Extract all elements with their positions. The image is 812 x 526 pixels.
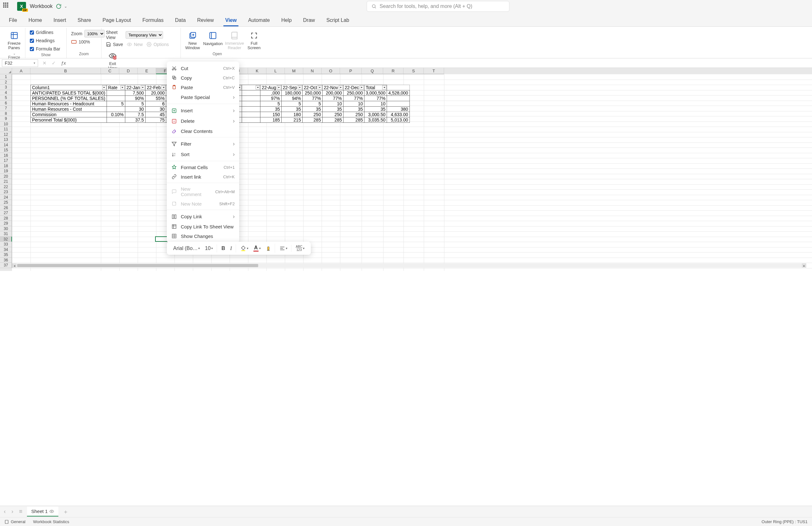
cell[interactable]: 5 bbox=[302, 101, 322, 106]
cell[interactable]: 10 bbox=[364, 101, 387, 106]
cell[interactable]: 215 bbox=[281, 117, 302, 123]
horizontal-scrollbar[interactable]: ◂ ▸ bbox=[12, 263, 806, 268]
col-header-B[interactable]: B bbox=[30, 68, 101, 74]
cell[interactable] bbox=[106, 117, 125, 123]
col-header-N[interactable]: N bbox=[303, 68, 322, 74]
cell[interactable]: 250,000 bbox=[302, 90, 322, 96]
row-header-24[interactable]: 24 bbox=[0, 195, 12, 200]
cell[interactable]: 35 bbox=[364, 106, 387, 112]
scroll-thumb[interactable] bbox=[17, 264, 258, 267]
ctx-clear[interactable]: Clear Contents bbox=[167, 126, 239, 136]
ribbon-tab-formulas[interactable]: Formulas bbox=[137, 14, 169, 26]
formula-bar-checkbox[interactable]: Formula Bar bbox=[30, 46, 60, 52]
row-header-4[interactable]: 4 bbox=[0, 90, 12, 96]
ribbon-tab-file[interactable]: File bbox=[3, 14, 23, 26]
cell[interactable]: 6 bbox=[145, 101, 166, 106]
cell[interactable]: 285 bbox=[343, 117, 364, 123]
ctx-insert-link[interactable]: Insert linkCtrl+K bbox=[167, 172, 239, 182]
row-header-31[interactable]: 31 bbox=[0, 231, 12, 237]
table-header[interactable] bbox=[242, 85, 260, 90]
enter-formula-icon[interactable]: ✓ bbox=[49, 60, 58, 66]
cell[interactable]: 3,000,500 bbox=[364, 90, 387, 96]
fullscreen-button[interactable]: Full Screen bbox=[247, 29, 260, 51]
cell[interactable]: 5 bbox=[281, 101, 302, 106]
filter-dropdown-icon[interactable] bbox=[382, 85, 386, 89]
col-header-P[interactable]: P bbox=[340, 68, 362, 74]
mini-number-format-button[interactable]: ABC123▾ bbox=[294, 244, 307, 253]
table-header[interactable]: 22-Aug bbox=[260, 85, 281, 90]
cell[interactable]: 7,500 bbox=[125, 90, 145, 96]
cell[interactable] bbox=[106, 96, 125, 101]
cell[interactable]: 77% bbox=[343, 96, 364, 101]
row-label[interactable]: Commission bbox=[31, 112, 107, 117]
filter-dropdown-icon[interactable] bbox=[161, 85, 165, 89]
cell[interactable]: 10 bbox=[343, 101, 364, 106]
col-header-T[interactable]: T bbox=[424, 68, 444, 74]
sheet-prev-icon[interactable]: ‹ bbox=[2, 508, 7, 515]
ribbon-tab-view[interactable]: View bbox=[219, 14, 242, 26]
row-header-5[interactable]: 5 bbox=[0, 95, 12, 101]
status-general[interactable]: General bbox=[4, 519, 25, 524]
ctx-copy-link-sheetview[interactable]: Copy Link To Sheet View bbox=[167, 222, 239, 231]
ribbon-tab-automate[interactable]: Automate bbox=[242, 14, 275, 26]
cell[interactable]: 20,000 bbox=[145, 90, 166, 96]
ribbon-tab-share[interactable]: Share bbox=[72, 14, 97, 26]
row-header-7[interactable]: 7 bbox=[0, 106, 12, 111]
mini-font-select[interactable]: Arial (Bo…▾ bbox=[171, 244, 202, 253]
mini-italic-button[interactable]: I bbox=[228, 244, 234, 253]
cell[interactable]: 77% bbox=[364, 96, 387, 101]
ctx-insert[interactable]: Insert bbox=[167, 105, 239, 116]
filter-dropdown-icon[interactable] bbox=[120, 85, 125, 89]
new-window-button[interactable]: New Window bbox=[185, 29, 200, 51]
row-label[interactable]: Human Resources - Headcount bbox=[31, 101, 107, 106]
row-header-20[interactable]: 20 bbox=[0, 174, 12, 179]
col-header-O[interactable]: O bbox=[322, 68, 340, 74]
row-header-26[interactable]: 26 bbox=[0, 205, 12, 211]
zoom-100-button[interactable]: 100% bbox=[71, 39, 105, 44]
row-header-25[interactable]: 25 bbox=[0, 200, 12, 205]
row-header-2[interactable]: 2 bbox=[0, 80, 12, 85]
cell[interactable]: 200,000 bbox=[322, 90, 343, 96]
table-header[interactable]: Column1 bbox=[31, 85, 107, 90]
cell[interactable]: 30 bbox=[125, 106, 145, 112]
row-headers[interactable]: 1234567891011121314151617181920212223242… bbox=[0, 74, 12, 271]
table-header[interactable]: 22-Sep bbox=[281, 85, 302, 90]
cell[interactable]: 4,528,000 bbox=[387, 90, 409, 96]
cell[interactable] bbox=[242, 112, 260, 117]
row-header-28[interactable]: 28 bbox=[0, 216, 12, 221]
cell[interactable]: 35 bbox=[343, 106, 364, 112]
ctx-paste[interactable]: PasteCtrl+V bbox=[167, 83, 239, 92]
status-workbook-stats[interactable]: Workbook Statistics bbox=[33, 519, 69, 524]
row-header-16[interactable]: 16 bbox=[0, 153, 12, 158]
ctx-sort[interactable]: AZ Sort bbox=[167, 149, 239, 160]
row-header-21[interactable]: 21 bbox=[0, 179, 12, 184]
col-header-L[interactable]: L bbox=[266, 68, 285, 74]
mini-fill-color-button[interactable]: ▾ bbox=[238, 244, 250, 253]
cell[interactable] bbox=[387, 101, 409, 106]
col-header-S[interactable]: S bbox=[404, 68, 424, 74]
row-header-32[interactable]: 32 bbox=[0, 237, 12, 242]
table-header[interactable]: 22-Jan bbox=[125, 85, 145, 90]
cell[interactable] bbox=[242, 96, 260, 101]
col-header-E[interactable]: E bbox=[137, 68, 156, 74]
cell[interactable]: 35 bbox=[322, 106, 343, 112]
scroll-left-icon[interactable]: ◂ bbox=[12, 263, 16, 268]
cell[interactable]: 35 bbox=[260, 106, 281, 112]
cell[interactable]: 3,035.50 bbox=[364, 117, 387, 123]
row-header-22[interactable]: 22 bbox=[0, 184, 12, 190]
row-header-33[interactable]: 33 bbox=[0, 242, 12, 247]
ribbon-tab-review[interactable]: Review bbox=[192, 14, 219, 26]
mini-bold-button[interactable]: B bbox=[219, 244, 227, 253]
cell[interactable]: 37.5 bbox=[125, 117, 145, 123]
row-header-19[interactable]: 19 bbox=[0, 169, 12, 174]
row-header-6[interactable]: 6 bbox=[0, 101, 12, 106]
cell[interactable]: 180 bbox=[281, 112, 302, 117]
row-header-3[interactable]: 3 bbox=[0, 85, 12, 90]
filter-dropdown-icon[interactable] bbox=[141, 85, 145, 89]
cell[interactable]: 97% bbox=[260, 96, 281, 101]
ctx-filter[interactable]: Filter bbox=[167, 139, 239, 149]
ctx-copy-link[interactable]: Copy Link bbox=[167, 211, 239, 222]
row-header-18[interactable]: 18 bbox=[0, 164, 12, 169]
cell[interactable]: 45 bbox=[145, 112, 166, 117]
sheet-view-select[interactable]: Sheet View Temporary View bbox=[106, 30, 163, 40]
